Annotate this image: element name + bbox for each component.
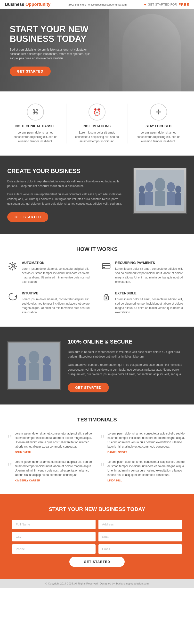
testimonial-text-0: Lorem ipsum dolor sit amet, consectetur … [15, 431, 94, 449]
quote-mark-3: " [100, 460, 105, 472]
svg-rect-6 [167, 192, 175, 205]
testimonials-section: TESTIMONIALS " Lorem ipsum dolor sit ame… [0, 404, 194, 494]
extensible-icon [101, 291, 112, 302]
testimonial-author-2: KIMBERLY CARTER [15, 479, 94, 482]
create-cta-button[interactable]: GET STARTED [7, 212, 48, 222]
signup-title: START YOUR NEW BUSINESS TODAY [7, 506, 187, 512]
quote-mark-1: " [100, 431, 105, 444]
svg-rect-14 [12, 269, 13, 270]
svg-rect-19 [9, 268, 11, 270]
testimonial-author-1: DANIEL SCOTT [108, 451, 187, 454]
svg-rect-21 [102, 264, 110, 269]
feature-icon-1: ⏰ [88, 104, 106, 120]
hero-section: START YOUR NEW BUSINESS TODAY Sed ut per… [0, 9, 194, 92]
testimonial-author-0: JOHN SMITH [15, 451, 94, 454]
svg-point-31 [43, 356, 51, 365]
secure-image [7, 341, 61, 390]
payment-icon [101, 261, 112, 272]
feature-icon-0: ⌘ [27, 104, 44, 120]
email-input[interactable] [99, 544, 182, 554]
address-input[interactable] [99, 520, 182, 529]
feature-text-1: Lorem ipsum dolor sit amet, consectetur … [74, 130, 121, 144]
automation-icon [7, 261, 18, 272]
testimonials-title: TESTIMONIALS [7, 416, 187, 423]
feature-title-1: NO LIMITATIONS [74, 124, 121, 128]
feature-title-2: STAY FOCUSED [135, 124, 182, 128]
create-content: CREATE YOUR BUSINESS Duis aute irure dol… [7, 168, 126, 222]
logo-accent: Opportunity [26, 2, 50, 7]
secure-text-2: Duis autem vel eum iure reprehenderit qu… [68, 363, 187, 377]
svg-rect-16 [16, 266, 17, 266]
svg-rect-28 [29, 363, 39, 380]
how-title: HOW IT WORKS [7, 246, 187, 252]
create-text-2: Duis autem vel eum iure reprehenderit qu… [7, 192, 126, 206]
feature-icon-2: ✛ [150, 104, 167, 120]
state-input[interactable] [99, 532, 182, 542]
header-cta: ♥ GET STARTED FOR FREE [144, 2, 189, 7]
svg-point-3 [145, 182, 153, 192]
testimonial-body-2: Lorem ipsum dolor sit amet, consectetur … [15, 460, 94, 482]
features-section: ⌘ NO TECHNICAL HASSLE Lorem ipsum dolor … [0, 92, 194, 156]
testimonial-author-3: LINDA HILL [108, 479, 187, 482]
secure-section: 100% ONLINE & SECURE Duis aute irure dol… [0, 326, 194, 404]
testimonial-3: " Lorem ipsum dolor sit amet, consectetu… [100, 460, 187, 482]
how-item-title-3: EXTENSIBLE [115, 291, 187, 295]
how-item-2: INTUITIVE Lorem ipsum dolor sit amet, co… [7, 291, 93, 314]
svg-point-25 [106, 297, 107, 299]
how-item-text-1: Lorem ipsum dolor sit amet, consectetur … [115, 266, 187, 284]
contact-info: (800) 345-6789 | office@businessopportun… [68, 3, 127, 6]
logo: Business Opportunity [5, 2, 50, 7]
feature-item-1: ⏰ NO LIMITATIONS Lorem ipsum dolor sit a… [66, 104, 128, 144]
feature-text-0: Lorem ipsum dolor sit amet, consectetur … [12, 130, 59, 144]
svg-rect-30 [18, 365, 26, 381]
site-header: Business Opportunity (800) 345-6789 | of… [0, 0, 194, 9]
signup-cta-button[interactable]: GET STARTED [69, 557, 125, 567]
secure-title: 100% ONLINE & SECURE [68, 339, 187, 345]
how-item-content-3: EXTENSIBLE Lorem ipsum dolor sit amet, c… [115, 291, 187, 314]
heart-icon: ♥ [144, 2, 146, 7]
svg-rect-15 [9, 266, 10, 266]
how-item-content-1: RECURRING PAYMENTS Lorem ipsum dolor sit… [115, 261, 187, 284]
svg-rect-18 [14, 263, 16, 265]
how-item-title-1: RECURRING PAYMENTS [115, 261, 187, 265]
svg-rect-10 [175, 193, 181, 206]
phone-input[interactable] [12, 544, 95, 554]
signup-form: GET STARTED [12, 520, 182, 567]
testimonial-1: " Lorem ipsum dolor sit amet, consectetu… [100, 431, 187, 454]
testimonial-text-3: Lorem ipsum dolor sit amet, consectetur … [108, 460, 187, 477]
hero-text: Sed ut perspiciatis unde omnis iste natu… [10, 48, 92, 60]
quote-mark-0: " [7, 431, 12, 444]
intuitive-icon [7, 291, 18, 302]
feature-title-0: NO TECHNICAL HASSLE [12, 124, 59, 128]
testimonials-grid: " Lorem ipsum dolor sit amet, consectetu… [7, 431, 187, 482]
svg-point-12 [12, 266, 14, 267]
hero-cta-button[interactable]: GET STARTED [10, 66, 51, 76]
form-row-3 [12, 544, 182, 554]
city-input[interactable] [12, 532, 95, 542]
svg-rect-17 [9, 263, 11, 265]
how-item-text-0: Lorem ipsum dolor sit amet, consectetur … [22, 266, 93, 284]
svg-rect-2 [155, 191, 165, 206]
how-item-text-3: Lorem ipsum dolor sit amet, consectetur … [115, 297, 187, 314]
signup-section: START YOUR NEW BUSINESS TODAY GET STARTE… [0, 494, 194, 579]
testimonial-body-3: Lorem ipsum dolor sit amet, consectetur … [108, 460, 187, 482]
svg-point-9 [175, 186, 181, 193]
svg-point-27 [29, 351, 39, 363]
feature-item-0: ⌘ NO TECHNICAL HASSLE Lorem ipsum dolor … [5, 104, 66, 144]
how-item-content-2: INTUITIVE Lorem ipsum dolor sit amet, co… [22, 291, 93, 314]
footer-text: © Copyright 2014-2015. All Rights Reserv… [45, 582, 149, 585]
create-title: CREATE YOUR BUSINESS [7, 168, 126, 174]
svg-rect-13 [12, 262, 13, 264]
form-row-1 [12, 520, 182, 529]
quote-mark-2: " [7, 460, 12, 472]
site-footer: © Copyright 2014-2015. All Rights Reserv… [0, 579, 194, 588]
svg-point-5 [167, 182, 175, 192]
secure-cta-button[interactable]: GET STARTED [68, 383, 109, 392]
testimonial-2: " Lorem ipsum dolor sit amet, consectetu… [7, 460, 94, 482]
svg-rect-8 [139, 193, 145, 206]
form-row-2 [12, 532, 182, 542]
hero-title: START YOUR NEW BUSINESS TODAY [10, 24, 92, 44]
testimonial-text-2: Lorem ipsum dolor sit amet, consectetur … [15, 460, 94, 477]
testimonial-0: " Lorem ipsum dolor sit amet, consectetu… [7, 431, 94, 454]
full-name-input[interactable] [12, 520, 95, 529]
